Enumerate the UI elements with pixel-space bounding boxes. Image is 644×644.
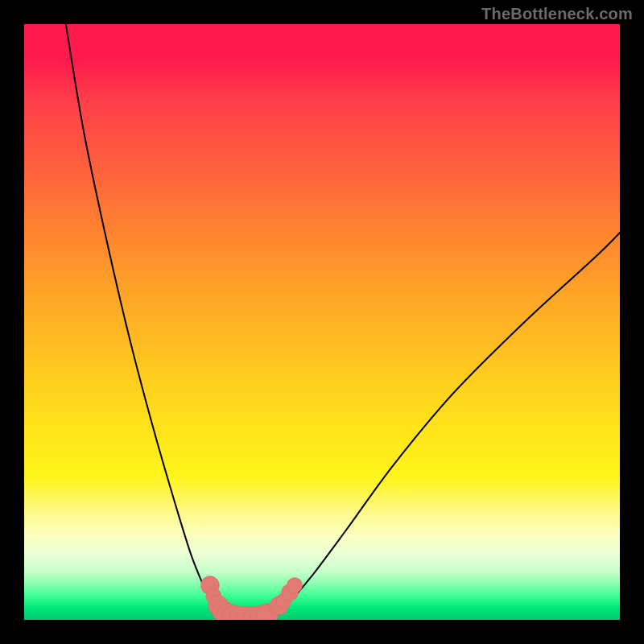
bottleneck-curve <box>66 24 620 618</box>
plot-area <box>24 24 620 620</box>
watermark-text: TheBottleneck.com <box>481 5 633 23</box>
data-marker <box>287 577 302 592</box>
curve-layer <box>24 24 620 620</box>
chart-frame: TheBottleneck.com <box>0 0 644 644</box>
marker-group <box>200 576 302 620</box>
